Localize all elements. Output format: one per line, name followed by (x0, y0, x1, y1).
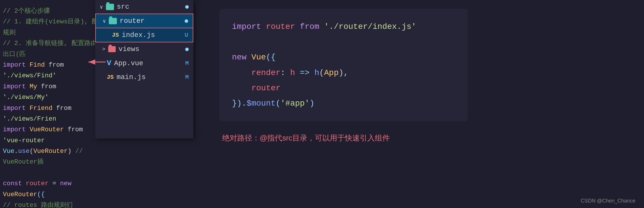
file-tree-indexjs[interactable]: JS index.js U (95, 28, 193, 42)
folder-src-icon (106, 4, 114, 10)
right-code-line4: render: h => h(App), (232, 65, 455, 80)
js-icon: JS (112, 32, 119, 38)
file-tree-router[interactable]: ∨ router (95, 14, 193, 28)
file-tree-views[interactable]: > views (95, 42, 193, 56)
right-code-line1: import router from './router/index.js' (232, 19, 455, 34)
chevron-down-icon: ∨ (100, 4, 103, 10)
folder-views-icon (108, 46, 116, 52)
folder-router-icon (109, 18, 117, 24)
m-badge-mainjs: M (185, 74, 189, 80)
code-line-const: const router = new VueRouter({ (3, 178, 101, 200)
code-line-comment1: // 2个核心步骤 (3, 6, 101, 16)
code-line-blank (3, 168, 101, 178)
description-text: 绝对路径：@指代src目录，可以用于快速引入组件 (219, 133, 627, 143)
chevron-down-icon-router: ∨ (103, 18, 106, 24)
router-label: router (120, 17, 145, 25)
code-line-comment-routes: // routes 路由规则们 (3, 200, 101, 208)
right-code-line6: }).$mount('#app') (232, 96, 455, 111)
code-line-comment2: // 1. 建组件(views目录), 配规则 (3, 16, 101, 38)
src-dot-badge (185, 5, 189, 9)
router-dot-badge (185, 19, 188, 23)
code-editor: // 2个核心步骤 // 1. 建组件(views目录), 配规则 // 2. … (0, 0, 104, 208)
right-panel: import router from './router/index.js' n… (202, 0, 644, 208)
mainjs-label: main.js (117, 73, 146, 81)
right-code-line-blank (232, 34, 455, 50)
appvue-label: App.vue (114, 59, 143, 67)
u-badge: U (185, 32, 188, 38)
m-badge-appvue: M (185, 60, 189, 67)
file-tree: ∨ src ∨ router JS index.js U > views V (95, 0, 193, 138)
right-code-line5: router (232, 80, 455, 96)
left-panel: // 2个核心步骤 // 1. 建组件(views目录), 配规则 // 2. … (0, 0, 202, 208)
file-tree-src[interactable]: ∨ src (95, 0, 193, 14)
code-line-import4: import VueRouter from 'vue-router (3, 124, 101, 146)
right-code-block: import router from './router/index.js' n… (219, 9, 467, 121)
indexjs-label: index.js (122, 31, 155, 39)
src-label: src (117, 3, 129, 11)
js-icon-main: JS (107, 74, 114, 80)
arrow-indicator (85, 56, 108, 68)
chevron-right-icon-views: > (102, 46, 105, 52)
code-line-vueuse: Vue.use(VueRouter) // VueRouter插 (3, 146, 101, 168)
views-label: views (119, 45, 139, 53)
watermark: CSDN @Chen_Chance (581, 198, 635, 204)
code-line-import2: import My from './views/My' (3, 81, 101, 103)
views-dot-badge (185, 48, 189, 51)
file-tree-mainjs[interactable]: JS main.js M (95, 70, 193, 84)
code-line-import3: import Friend from './views/Frien (3, 103, 101, 125)
file-tree-appvue[interactable]: V App.vue M (95, 56, 193, 70)
right-code-line3: new Vue({ (232, 50, 455, 65)
